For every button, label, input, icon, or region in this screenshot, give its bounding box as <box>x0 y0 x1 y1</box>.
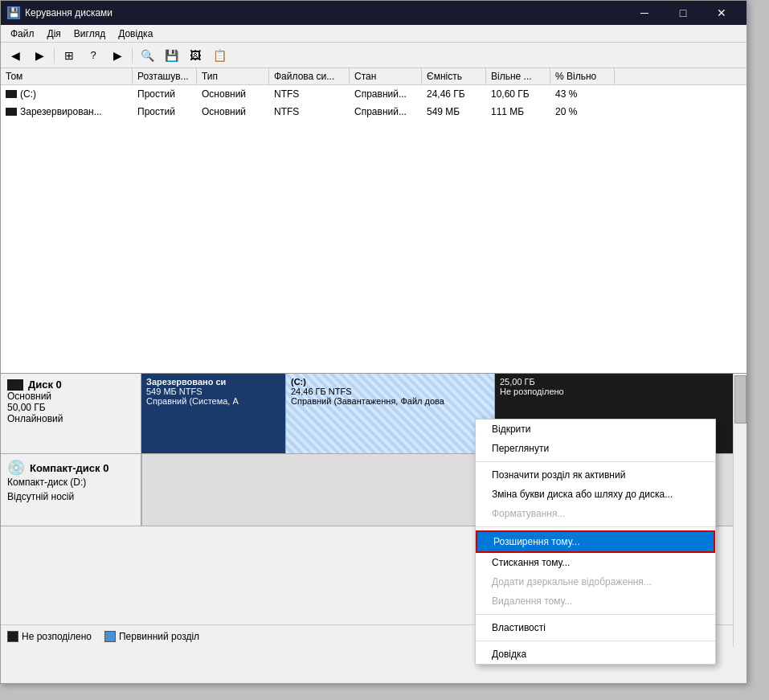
legend-primary-label: Первинний розділ <box>119 631 199 642</box>
ctx-open[interactable]: Відкрити <box>476 420 715 439</box>
disk0-icon <box>7 379 23 391</box>
cdrom-title-row: 💿 Компакт-диск 0 <box>7 459 134 477</box>
ctx-help[interactable]: Довідка <box>476 645 715 664</box>
legend-unalloc: Не розподілено <box>7 631 92 642</box>
ctx-sep3 <box>476 614 715 615</box>
disk0-title: Диск 0 <box>7 379 134 391</box>
cell-pc-0: 43 % <box>550 87 615 101</box>
title-bar: 💾 Керування дисками ─ □ ✕ <box>1 1 747 25</box>
ctx-shrink[interactable]: Стискання тому... <box>476 553 715 572</box>
disk-icon-small <box>6 90 17 98</box>
disk0-status: Онлайновий <box>7 413 134 424</box>
cell-vilne-1: 111 МБ <box>486 104 550 119</box>
col-header-fajl: Файлова си... <box>269 68 350 84</box>
table-body: (C:) Простий Основний NTFS Справний... 2… <box>1 85 747 121</box>
window-title: Керування дисками <box>25 7 112 18</box>
legend-unalloc-color <box>7 631 18 642</box>
ctx-sep2 <box>476 526 715 527</box>
cell-stan-1: Справний... <box>350 104 422 119</box>
col-header-tom: Том <box>1 68 133 84</box>
toolbar: ◀ ▶ ⊞ ? ▶ 🔍 💾 🖼 📋 <box>1 43 747 68</box>
close-button[interactable]: ✕ <box>703 1 740 25</box>
cell-emn-1: 549 МБ <box>422 104 486 119</box>
ctx-delete: Видалення тому... <box>476 592 715 611</box>
col-header-typ: Тип <box>197 68 269 84</box>
cell-fajl-0: NTFS <box>269 87 350 101</box>
minimize-button[interactable]: ─ <box>626 1 663 25</box>
cell-tom-1: Зарезервирован... <box>1 104 133 119</box>
cell-rozm-1: Простий <box>133 104 197 119</box>
ctx-format: Форматування... <box>476 504 715 523</box>
main-window: 💾 Керування дисками ─ □ ✕ Файл Дія Вигля… <box>0 0 747 684</box>
cell-rozm-0: Простий <box>133 87 197 101</box>
toolbar-sep2 <box>132 47 133 63</box>
cell-pc-1: 20 % <box>550 104 615 119</box>
table-header: Том Розташув... Тип Файлова си... Стан Є… <box>1 68 747 85</box>
cell-fajl-1: NTFS <box>269 104 350 119</box>
table-row[interactable]: (C:) Простий Основний NTFS Справний... 2… <box>1 85 747 103</box>
ctx-properties[interactable]: Властивості <box>476 618 715 637</box>
menu-file[interactable]: Файл <box>4 27 41 41</box>
cell-typ-1: Основний <box>197 104 269 119</box>
top-panel: Том Розташув... Тип Файлова си... Стан Є… <box>1 68 747 374</box>
ctx-view[interactable]: Переглянути <box>476 439 715 458</box>
disk0-size: 50,00 ГБ <box>7 402 134 413</box>
ctx-extend-volume[interactable]: Розширення тому... <box>476 530 715 553</box>
col-header-vilne: Вільне ... <box>486 68 550 84</box>
toolbar-image[interactable]: 🖼 <box>184 45 207 66</box>
col-header-emn: Ємність <box>422 68 486 84</box>
reserved-title: Зарезервовано си <box>146 377 280 387</box>
c-title: (C:) <box>291 377 489 387</box>
table-row[interactable]: Зарезервирован... Простий Основний NTFS … <box>1 103 747 121</box>
cdrom-name: Компакт-диск 0 <box>30 462 108 474</box>
menu-help[interactable]: Довідка <box>112 27 159 41</box>
disk0-name: Диск 0 <box>28 379 62 391</box>
toolbar-clipboard[interactable]: 📋 <box>208 45 231 66</box>
menu-view[interactable]: Вигляд <box>67 27 112 41</box>
cell-vilne-0: 10,60 ГБ <box>486 87 550 101</box>
toolbar-forward[interactable]: ▶ <box>28 45 51 66</box>
col-header-pcvilne: % Вільно <box>550 68 615 84</box>
cdrom-drive: Компакт-диск (D:) <box>7 477 134 488</box>
ctx-mark-active[interactable]: Позначити розділ як активний <box>476 465 715 485</box>
partition-reserved[interactable]: Зарезервовано си 549 МБ NTFS Справний (С… <box>141 374 286 453</box>
col-header-rozm: Розташув... <box>133 68 197 84</box>
disk0-type: Основний <box>7 391 134 402</box>
cell-typ-0: Основний <box>197 87 269 101</box>
unalloc-size: 25,00 ГБ <box>500 377 741 387</box>
c-status: Справний (Завантаження, Файл дова <box>291 396 489 406</box>
col-header-stan: Стан <box>350 68 422 84</box>
ctx-change-letter[interactable]: Зміна букви диска або шляху до диска... <box>476 485 715 504</box>
ctx-sep4 <box>476 641 715 641</box>
cell-tom-0: (C:) <box>1 87 133 101</box>
legend-unalloc-label: Не розподілено <box>22 631 92 642</box>
legend-primary: Первинний розділ <box>104 631 199 642</box>
toolbar-search[interactable]: 🔍 <box>136 45 158 66</box>
unalloc-label: Не розподілено <box>500 387 741 396</box>
ctx-mirror: Додати дзеркальне відображення... <box>476 572 715 592</box>
scrollbar[interactable] <box>733 374 747 647</box>
context-menu: Відкрити Переглянути Позначити розділ як… <box>475 419 716 665</box>
disk-icon-small <box>6 108 17 116</box>
cdrom-status: Відсутній носій <box>7 491 134 502</box>
legend-primary-color <box>104 631 116 642</box>
maximize-button[interactable]: □ <box>665 1 702 25</box>
cell-emn-0: 24,46 ГБ <box>422 87 486 101</box>
toolbar-play[interactable]: ▶ <box>106 45 129 66</box>
c-size: 24,46 ГБ NTFS <box>291 387 489 396</box>
cell-stan-0: Справний... <box>350 87 422 101</box>
toolbar-save[interactable]: 💾 <box>160 45 182 66</box>
toolbar-sep1 <box>54 47 55 63</box>
app-icon: 💾 <box>7 6 20 19</box>
toolbar-help[interactable]: ? <box>82 45 104 66</box>
scroll-thumb[interactable] <box>734 375 747 424</box>
cdrom-label: 💿 Компакт-диск 0 Компакт-диск (D:) Відсу… <box>1 454 141 526</box>
partition-c[interactable]: (C:) 24,46 ГБ NTFS Справний (Завантаженн… <box>286 374 495 453</box>
reserved-status: Справний (Система, А <box>146 396 280 406</box>
title-bar-left: 💾 Керування дисками <box>7 6 112 19</box>
menu-action[interactable]: Дія <box>41 27 67 41</box>
title-bar-controls: ─ □ ✕ <box>626 1 740 25</box>
toolbar-grid[interactable]: ⊞ <box>58 45 80 66</box>
toolbar-back[interactable]: ◀ <box>4 45 27 66</box>
menu-bar: Файл Дія Вигляд Довідка <box>1 25 747 43</box>
